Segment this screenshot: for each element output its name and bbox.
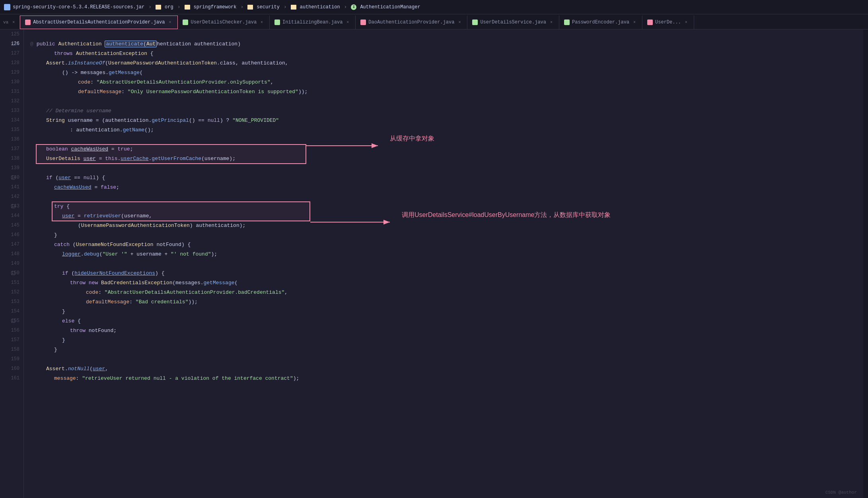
ln-131: 131 bbox=[0, 87, 23, 96]
tab-daoauth[interactable]: DaoAuthenticationProvider.java × bbox=[356, 16, 467, 29]
ln-155: 155− bbox=[0, 316, 23, 326]
breadcrumb-org: org bbox=[165, 4, 173, 10]
code-line-152: code: "AbstractUserDetailsAuthentication… bbox=[30, 287, 863, 297]
code-line-151: throw new BadCredentialsException(messag… bbox=[30, 278, 863, 287]
tab-uds-icon bbox=[472, 20, 478, 25]
ln-127: 127 bbox=[0, 49, 23, 58]
ln-130: 130 bbox=[0, 77, 23, 87]
ln-150: 150− bbox=[0, 268, 23, 278]
scrollbar-right[interactable] bbox=[863, 29, 868, 498]
ln-154: 154 bbox=[0, 307, 23, 316]
title-bar: spring-security-core-5.3.4.RELEASE-sourc… bbox=[0, 0, 868, 14]
code-line-145: (UsernamePasswordAuthenticationToken) au… bbox=[30, 221, 863, 230]
breadcrumb-security: security bbox=[257, 4, 280, 10]
code-line-125 bbox=[30, 29, 863, 39]
tab-uds-close[interactable]: × bbox=[549, 20, 554, 25]
code-area[interactable]: @public Authentication authenticate(Auth… bbox=[24, 29, 863, 498]
fold-140[interactable]: − bbox=[11, 176, 15, 180]
fold-155[interactable]: − bbox=[11, 319, 15, 323]
sep2: › bbox=[177, 4, 181, 10]
code-line-138: UserDetails user = this.userCache.getUse… bbox=[30, 154, 863, 163]
sep3: › bbox=[241, 4, 244, 10]
code-line-133: // Determine username bbox=[30, 106, 863, 115]
tab-checker-close[interactable]: × bbox=[259, 20, 265, 25]
breadcrumb-springframework: springframework bbox=[194, 4, 237, 10]
code-line-147: catch (UsernameNotFoundException notFoun… bbox=[30, 240, 863, 249]
tab-passwordencoder[interactable]: PasswordEncoder.java × bbox=[559, 16, 642, 29]
ln-161: 161 bbox=[0, 373, 23, 383]
tab-dao-close[interactable]: × bbox=[457, 20, 462, 25]
ln-135: 135 bbox=[0, 125, 23, 135]
code-line-156: throw notFound; bbox=[30, 326, 863, 335]
folder-icon-springframework bbox=[185, 5, 190, 10]
ln-129: 129 bbox=[0, 68, 23, 77]
folder-icon-security bbox=[247, 5, 253, 10]
code-line-143: try { bbox=[30, 201, 863, 211]
tab-abstract[interactable]: AbstractUserDetailsAuthenticationProvide… bbox=[20, 16, 178, 29]
ln-146: 146 bbox=[0, 230, 23, 240]
code-line-134: String username = (authentication.getPri… bbox=[30, 115, 863, 125]
code-line-139 bbox=[30, 163, 863, 173]
tab-uds-label: UserDetailsService.java bbox=[480, 20, 546, 25]
code-line-136 bbox=[30, 135, 863, 144]
fold-126[interactable]: − bbox=[11, 42, 15, 46]
code-line-161: message: "retrieveUser returned null - a… bbox=[30, 373, 863, 383]
ln-148: 148 bbox=[0, 249, 23, 259]
tab-abstract-label: AbstractUserDetailsAuthenticationProvide… bbox=[33, 20, 165, 25]
code-line-157: } bbox=[30, 335, 863, 345]
ln-138: 138 bbox=[0, 154, 23, 163]
ln-139: 139 bbox=[0, 163, 23, 173]
ln-158: 158 bbox=[0, 345, 23, 354]
main-area: 125 126− 127 128 129 130 131 132 133 134… bbox=[0, 29, 868, 498]
ln-140: 140− bbox=[0, 173, 23, 182]
code-line-148: logger.debug("User '" + username + "' no… bbox=[30, 249, 863, 259]
ln-153: 153 bbox=[0, 297, 23, 307]
code-line-137: boolean cacheWasUsed = true; bbox=[30, 144, 863, 154]
tab-pe-close[interactable]: × bbox=[632, 20, 637, 25]
ln-149: 149 bbox=[0, 259, 23, 268]
code-line-135: : authentication.getName(); bbox=[30, 125, 863, 135]
tab-ud-close[interactable]: × bbox=[683, 20, 689, 25]
tab-ud-icon bbox=[647, 20, 653, 25]
sep4: › bbox=[284, 4, 287, 10]
code-line-131: defaultMessage: "Only UsernamePasswordAu… bbox=[30, 87, 863, 96]
ln-128: 128 bbox=[0, 58, 23, 68]
app-icon bbox=[4, 4, 10, 10]
ln-144: 144 bbox=[0, 211, 23, 221]
tab-va[interactable]: va × bbox=[0, 16, 20, 29]
tab-checker-icon bbox=[183, 20, 188, 25]
tab-va-close[interactable]: × bbox=[11, 20, 16, 25]
ln-132: 132 bbox=[0, 96, 23, 106]
code-line-144: user = retrieveUser(username, bbox=[30, 211, 863, 221]
tab-dao-label: DaoAuthenticationProvider.java bbox=[368, 20, 454, 25]
ln-137: 137 bbox=[0, 144, 23, 154]
tab-pe-label: PasswordEncoder.java bbox=[572, 20, 629, 25]
tab-initializingbean[interactable]: InitializingBean.java × bbox=[270, 16, 356, 29]
tab-abstract-close[interactable]: × bbox=[167, 20, 173, 25]
code-line-130: code: "AbstractUserDetailsAuthentication… bbox=[30, 77, 863, 87]
ln-136: 136 bbox=[0, 135, 23, 144]
code-line-150: if (hideUserNotFoundExceptions) { bbox=[30, 268, 863, 278]
tab-userdetailsservice[interactable]: UserDetailsService.java × bbox=[467, 16, 559, 29]
ln-160: 160 bbox=[0, 364, 23, 373]
code-line-126: @public Authentication authenticate(Auth… bbox=[30, 39, 863, 49]
fold-143[interactable]: − bbox=[11, 204, 15, 208]
breadcrumb-authentication: authentication bbox=[300, 4, 340, 10]
ln-145: 145 bbox=[0, 221, 23, 230]
tab-init-close[interactable]: × bbox=[345, 20, 350, 25]
code-line-154: } bbox=[30, 307, 863, 316]
ln-147: 147 bbox=[0, 240, 23, 249]
tab-userdetailschecker[interactable]: UserDetailsChecker.java × bbox=[178, 16, 270, 29]
code-line-149 bbox=[30, 259, 863, 268]
fold-150[interactable]: − bbox=[11, 271, 15, 275]
ln-159: 159 bbox=[0, 354, 23, 364]
ln-143: 143− bbox=[0, 201, 23, 211]
ln-156: 156 bbox=[0, 326, 23, 335]
code-line-128: Assert.isInstanceOf(UsernamePasswordAuth… bbox=[30, 58, 863, 68]
tab-dao-icon bbox=[360, 20, 366, 25]
sep5: › bbox=[344, 4, 347, 10]
ln-134: 134 bbox=[0, 115, 23, 125]
tab-userdetails[interactable]: UserDe... × bbox=[642, 16, 694, 29]
code-line-155: else { bbox=[30, 316, 863, 326]
tabs-bar: va × AbstractUserDetailsAuthenticationPr… bbox=[0, 14, 868, 29]
